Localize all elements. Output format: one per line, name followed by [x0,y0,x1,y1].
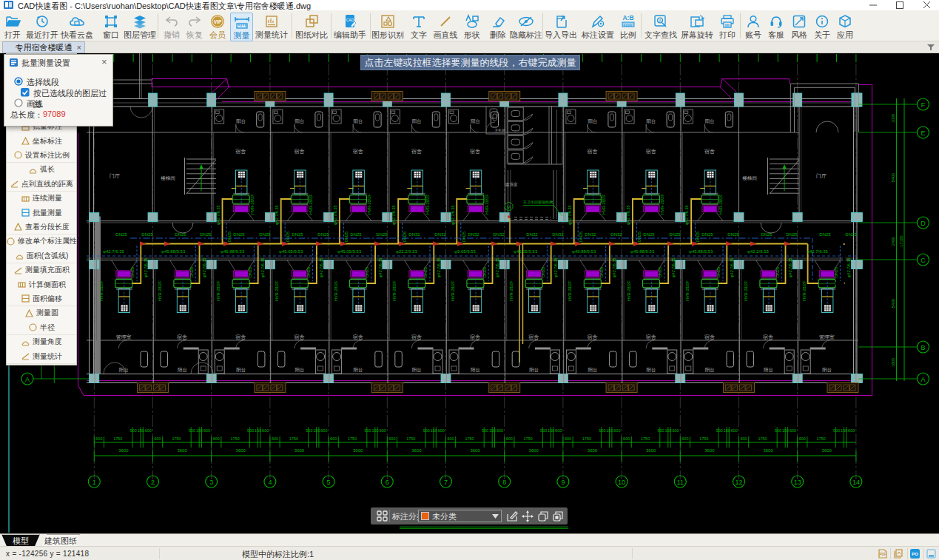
svg-text:2400: 2400 [891,237,895,246]
svg-text:600: 600 [613,428,620,433]
svg-text:φ45.88/9.53: φ45.88/9.53 [161,249,186,254]
svg-text:A: A [25,376,30,383]
svg-text:1750: 1750 [641,436,650,441]
svg-text:DN25: DN25 [376,232,388,237]
svg-text:600: 600 [388,436,395,441]
svg-text:600: 600 [330,436,337,441]
svg-text:600: 600 [320,428,327,433]
svg-text:φ45.88/9.53: φ45.88/9.53 [630,249,655,254]
svg-text:宿舍: 宿舍 [528,334,539,340]
svg-text:宿舍: 宿舍 [235,334,246,340]
svg-text:1750: 1750 [406,436,415,441]
svg-text:150: 150 [841,428,847,433]
svg-text:阳台: 阳台 [119,367,129,373]
svg-text:600: 600 [681,436,688,441]
svg-text:阳台: 阳台 [705,118,715,124]
svg-text:φ45.05/9.53: φ45.05/9.53 [279,249,303,254]
svg-text:1750: 1750 [231,436,240,441]
svg-text:宿舍: 宿舍 [177,334,187,340]
svg-text:500: 500 [833,428,840,433]
svg-text:500: 500 [423,428,430,433]
svg-text:1750: 1750 [758,436,767,441]
svg-text:150: 150 [431,428,437,433]
svg-text:宿舍: 宿舍 [353,334,363,340]
svg-text:阳台: 阳台 [178,367,187,373]
svg-text:DN32: DN32 [610,232,622,237]
svg-text:3600: 3600 [353,448,363,453]
svg-text:非卫生间紫铜线槽: 非卫生间紫铜线槽 [523,200,553,205]
svg-text:11: 11 [677,479,684,486]
svg-text:DN25: DN25 [701,232,713,237]
svg-text:600: 600 [565,436,571,441]
svg-text:A:B: A:B [622,14,633,21]
svg-text:500: 500 [775,428,781,433]
svg-text:DN32: DN32 [585,232,596,237]
svg-text:PDF: PDF [880,553,886,556]
svg-text:宿舍: 宿舍 [646,334,656,340]
svg-text:阳台: 阳台 [236,367,246,373]
svg-text:600: 600 [848,428,855,433]
svg-text:阳台: 阳台 [295,118,304,124]
svg-text:500: 500 [189,428,195,433]
svg-text:5400: 5400 [891,173,895,182]
svg-text:3600: 3600 [529,448,539,453]
svg-text:阳台: 阳台 [588,118,597,124]
svg-text:阳台: 阳台 [354,367,363,373]
svg-text:CAD: CAD [346,18,354,22]
svg-text:宿舍: 宿舍 [470,148,480,155]
svg-text:150: 150 [724,428,730,433]
svg-text:6: 6 [386,479,389,486]
svg-text:600: 600 [203,428,210,433]
svg-text:宿舍: 宿舍 [763,334,773,340]
svg-text:600: 600 [555,428,562,433]
svg-text:宿舍: 宿舍 [704,148,715,155]
svg-text:宿舍: 宿舍 [353,148,363,155]
svg-text:门厅: 门厅 [816,173,827,178]
svg-text:PO: PO [912,552,918,556]
svg-text:VIP: VIP [214,19,222,24]
svg-text:阳台: 阳台 [412,367,422,373]
svg-text:阳台: 阳台 [529,367,539,373]
svg-text:DN25: DN25 [845,232,857,237]
svg-text:600: 600 [506,436,513,441]
svg-text:φ45.88/9.53: φ45.88/9.53 [572,249,596,254]
svg-text:600: 600 [731,428,738,433]
svg-text:阳台: 阳台 [822,367,832,373]
svg-text:3600: 3600 [295,448,305,453]
svg-text:卫生间: 卫生间 [494,128,505,133]
svg-text:600: 600 [272,436,278,441]
svg-text:600: 600 [438,428,445,433]
svg-text:阳台: 阳台 [705,367,715,373]
svg-text:600: 600 [741,436,747,441]
svg-text:1750: 1750 [113,436,122,441]
svg-text:1000: 1000 [891,114,895,123]
svg-text:φ49.05/9.53: φ49.05/9.53 [337,249,362,254]
svg-text:150: 150 [782,428,789,433]
svg-text:φ45.88/9.53: φ45.88/9.53 [689,249,713,254]
svg-text:150: 150 [313,428,320,433]
svg-text:DN32: DN32 [408,232,420,237]
svg-text:14: 14 [852,479,860,486]
svg-text:600: 600 [623,436,630,441]
svg-text:150: 150 [665,428,672,433]
svg-text:阳台: 阳台 [471,118,480,124]
svg-text:1800: 1800 [891,358,895,367]
svg-text:DN25: DN25 [727,232,739,237]
svg-text:C: C [921,257,926,264]
svg-text:3600: 3600 [646,448,656,453]
svg-text:管理室: 管理室 [115,334,131,340]
svg-text:阳台: 阳台 [412,118,422,124]
svg-text:3600: 3600 [704,448,715,453]
svg-text:DN25: DN25 [115,232,127,237]
svg-text:1: 1 [92,479,96,486]
svg-text:1750: 1750 [465,436,474,441]
svg-text:阳台: 阳台 [647,118,656,124]
svg-text:3600: 3600 [177,448,187,453]
svg-text:500: 500 [716,428,723,433]
svg-text:2: 2 [151,479,155,486]
svg-text:F: F [921,101,926,109]
svg-text:A: A [921,376,925,383]
svg-text:150: 150 [255,428,261,433]
svg-text:500: 500 [247,428,254,433]
svg-text:DN32: DN32 [493,232,505,237]
